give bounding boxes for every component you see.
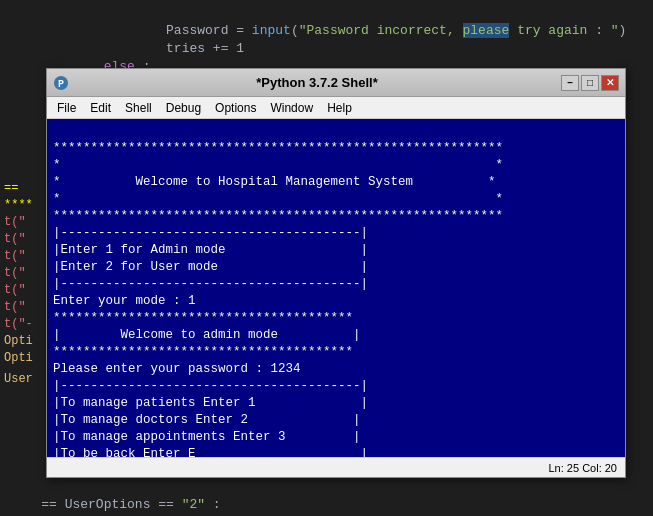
shell-option-1: |To manage patients Enter 1 | xyxy=(53,396,368,410)
code-line-1: Password = input("Password incorrect, pl… xyxy=(0,4,653,22)
shell-enter-1: |Enter 1 for Admin mode | xyxy=(53,243,368,257)
menu-window[interactable]: Window xyxy=(264,99,319,117)
menu-bar: File Edit Shell Debug Options Window Hel… xyxy=(47,97,625,119)
shell-blank-1: * * xyxy=(53,158,503,172)
shell-stars-1: ****************************************… xyxy=(53,141,503,155)
shell-option-2: |To manage doctors Enter 2 | xyxy=(53,413,361,427)
shell-divider-3: |---------------------------------------… xyxy=(53,379,368,393)
cursor-position: Ln: 25 Col: 20 xyxy=(549,462,618,474)
shell-welcome: * Welcome to Hospital Management System … xyxy=(53,175,496,189)
svg-text:P: P xyxy=(58,79,64,90)
shell-option-3: |To manage appointments Enter 3 | xyxy=(53,430,361,444)
shell-stars-2: ****************************************… xyxy=(53,209,503,223)
shell-password-prompt: Please enter your password : 1234 xyxy=(53,362,301,376)
close-button[interactable]: ✕ xyxy=(601,75,619,91)
title-bar: P *Python 3.7.2 Shell* – □ ✕ xyxy=(47,69,625,97)
window-title: *Python 3.7.2 Shell* xyxy=(75,75,559,90)
python-shell-window: P *Python 3.7.2 Shell* – □ ✕ File Edit S… xyxy=(46,68,626,478)
menu-shell[interactable]: Shell xyxy=(119,99,158,117)
status-bar: Ln: 25 Col: 20 xyxy=(47,457,625,477)
bottom-code-1: == UserOptions == "2" : xyxy=(0,478,653,496)
shell-stars-4: **************************************** xyxy=(53,345,353,359)
shell-option-4: |To be back Enter E | xyxy=(53,447,368,457)
shell-output[interactable]: ****************************************… xyxy=(47,119,625,457)
shell-admin-welcome: | Welcome to admin mode | xyxy=(53,328,361,342)
shell-divider-2: |---------------------------------------… xyxy=(53,277,368,291)
python-icon: P xyxy=(53,75,69,91)
maximize-button[interactable]: □ xyxy=(581,75,599,91)
shell-divider-1: |---------------------------------------… xyxy=(53,226,368,240)
left-indicators: == **** t(" t(" t(" t(" t(" t(" t("- Opt… xyxy=(0,180,37,388)
minimize-button[interactable]: – xyxy=(561,75,579,91)
shell-mode-prompt: Enter your mode : 1 xyxy=(53,294,196,308)
window-controls: – □ ✕ xyxy=(561,75,619,91)
shell-blank-2: * * xyxy=(53,192,503,206)
menu-help[interactable]: Help xyxy=(321,99,358,117)
menu-edit[interactable]: Edit xyxy=(84,99,117,117)
menu-options[interactable]: Options xyxy=(209,99,262,117)
shell-stars-3: **************************************** xyxy=(53,311,353,325)
menu-file[interactable]: File xyxy=(51,99,82,117)
bottom-editor: == UserOptions == "2" : print("Hospital'… xyxy=(0,476,653,516)
menu-debug[interactable]: Debug xyxy=(160,99,207,117)
shell-enter-2: |Enter 2 for User mode | xyxy=(53,260,368,274)
